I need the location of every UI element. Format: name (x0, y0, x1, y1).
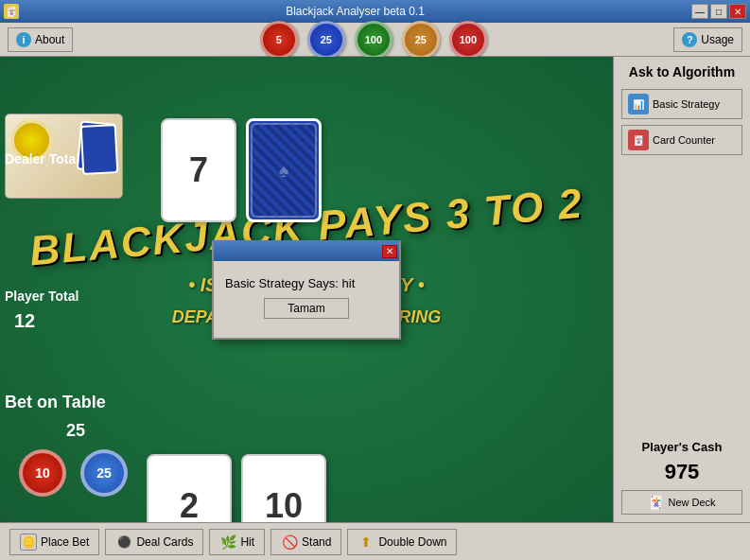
table-area: Dealer Total Player Total 12 Bet on Tabl… (0, 57, 613, 522)
chip5-val: 100 (460, 34, 477, 45)
double-down-icon: ⬆ (358, 534, 375, 551)
main-window: i About 5 25 100 25 100 ? Usage (0, 23, 750, 560)
about-button[interactable]: i About (8, 27, 73, 52)
usage-label: Usage (701, 33, 734, 46)
player-cash-label: Player's Cash (621, 440, 742, 454)
main-content: Dealer Total Player Total 12 Bet on Tabl… (0, 57, 750, 522)
modal-body: Basic Strategy Says: hit Tamam (214, 261, 399, 338)
right-sidebar: Ask to Algorithm 📊 Basic Strategy 🃏 Card… (613, 57, 750, 522)
place-bet-label: Place Bet (41, 535, 89, 549)
stand-button[interactable]: 🚫 Stand (270, 529, 341, 555)
chip2-val: 25 (321, 34, 332, 45)
deal-cards-label: Deal Cards (136, 535, 193, 549)
basic-strategy-modal: ✕ Basic Strategy Says: hit Tamam (212, 240, 401, 340)
hit-icon: 🌿 (219, 534, 236, 551)
info-icon: i (16, 32, 31, 47)
new-deck-label: New Deck (668, 497, 715, 508)
deal-cards-button[interactable]: ⚫ Deal Cards (105, 529, 203, 555)
top-chips-area: 5 25 100 25 100 (80, 21, 666, 59)
app-icon: 🃏 (4, 4, 19, 19)
window-title: Blackjack Analyser beta 0.1 (19, 5, 691, 18)
card-counter-button[interactable]: 🃏 Card Counter (621, 125, 742, 155)
modal-titlebar: ✕ (214, 242, 399, 261)
top-chip-4: 25 (402, 21, 440, 59)
card-counter-icon: 🃏 (628, 130, 649, 150)
minimize-button[interactable]: — (691, 4, 708, 19)
stand-icon: 🚫 (281, 534, 298, 551)
top-chip-5: 100 (449, 21, 487, 59)
top-chip-3: 100 (355, 21, 392, 59)
window-controls: — □ ✕ (691, 4, 746, 19)
question-icon: ? (682, 32, 697, 47)
basic-strategy-label: Basic Strategy (653, 98, 720, 110)
double-down-label: Double Down (378, 535, 446, 549)
basic-strategy-button[interactable]: 📊 Basic Strategy (621, 89, 742, 119)
close-button[interactable]: ✕ (729, 4, 746, 19)
sidebar-spacer (621, 161, 742, 434)
titlebar: 🃏 Blackjack Analyser beta 0.1 — □ ✕ (0, 0, 750, 23)
top-chip-2: 25 (307, 21, 345, 59)
hit-label: Hit (240, 535, 254, 549)
basic-strategy-icon: 📊 (628, 94, 649, 114)
player-cash-value: 975 (621, 460, 742, 484)
new-deck-button[interactable]: 🃏 New Deck (621, 490, 742, 515)
chip3-val: 100 (365, 34, 382, 45)
modal-close-button[interactable]: ✕ (382, 245, 397, 258)
sidebar-title: Ask to Algorithm (621, 64, 742, 79)
modal-message: Basic Strategy Says: hit (225, 276, 355, 290)
hit-button[interactable]: 🌿 Hit (209, 529, 265, 555)
double-down-button[interactable]: ⬆ Double Down (347, 529, 457, 555)
new-deck-icon: 🃏 (648, 495, 664, 510)
place-bet-button[interactable]: 🪙 Place Bet (9, 529, 99, 555)
about-label: About (35, 33, 64, 46)
modal-close-icon: ✕ (386, 246, 393, 256)
usage-button[interactable]: ? Usage (673, 27, 742, 52)
chip4-val: 25 (415, 34, 427, 45)
menubar: i About 5 25 100 25 100 ? Usage (0, 23, 750, 57)
chip1-val: 5 (276, 34, 282, 45)
deal-cards-icon: ⚫ (115, 534, 132, 551)
place-bet-icon: 🪙 (20, 534, 37, 551)
toolbar: 🪙 Place Bet ⚫ Deal Cards 🌿 Hit 🚫 Stand ⬆… (0, 522, 750, 560)
stand-label: Stand (302, 535, 331, 549)
maximize-button[interactable]: □ (710, 4, 727, 19)
modal-overlay: ✕ Basic Strategy Says: hit Tamam (0, 57, 613, 522)
top-chip-1: 5 (260, 21, 298, 59)
card-counter-label: Card Counter (653, 134, 715, 146)
modal-ok-button[interactable]: Tamam (264, 298, 348, 319)
